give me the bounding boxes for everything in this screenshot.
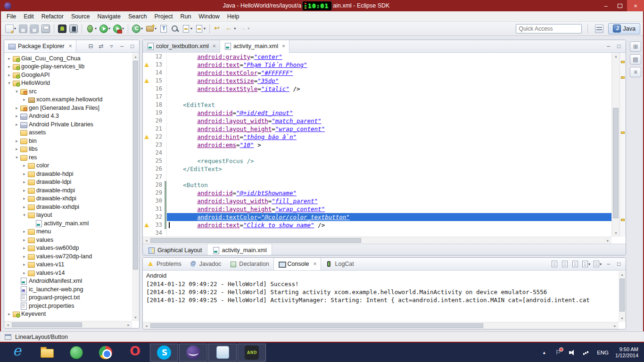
search-button[interactable] <box>169 23 181 35</box>
close-tab-icon[interactable]: × <box>213 43 216 49</box>
back-button[interactable]: ▾ <box>223 23 237 35</box>
tree-item[interactable]: ▸Android Private Libraries <box>4 120 132 129</box>
expand-arrow-icon[interactable]: ▸ <box>21 205 27 209</box>
last-edit-location-button[interactable] <box>212 23 223 35</box>
scroll-down-icon[interactable]: ▾ <box>612 230 619 237</box>
view-tab-declaration[interactable]: Declaration <box>225 258 273 270</box>
tree-item[interactable]: AndroidManifest.xml <box>4 277 132 286</box>
warning-mark[interactable] <box>621 76 625 79</box>
tree-item[interactable]: ▸Android 4.3 <box>4 112 132 121</box>
collapse-arrow-icon[interactable]: ▾ <box>6 81 12 85</box>
view-tab-javadoc[interactable]: Javadoc <box>186 258 226 270</box>
menu-file[interactable]: File <box>3 11 20 22</box>
tree-horizontal-scrollbar[interactable]: ◂ ▸ <box>4 321 132 328</box>
scroll-down-icon[interactable]: ▾ <box>132 314 139 321</box>
tree-item[interactable]: ▸Keyevent <box>4 310 132 319</box>
code-line[interactable]: 34 <box>143 229 611 237</box>
expand-arrow-icon[interactable]: ▸ <box>21 172 27 176</box>
tree-item[interactable]: ▸bin <box>4 137 132 145</box>
view-tab-problems[interactable]: Problems <box>143 258 186 270</box>
tree-item[interactable]: ▸drawable-hdpi <box>4 170 132 178</box>
code-line[interactable]: 24 <box>143 149 611 157</box>
code-line[interactable]: 25 <requestFocus /> <box>143 157 611 165</box>
expand-arrow-icon[interactable]: ▸ <box>6 64 12 69</box>
quick-access-input[interactable] <box>516 24 582 33</box>
expand-arrow-icon[interactable]: ▸ <box>21 246 27 250</box>
scroll-right-icon[interactable]: ▸ <box>604 237 611 244</box>
menu-navigate[interactable]: Navigate <box>94 11 124 22</box>
debug-dropdown-icon[interactable]: ▾ <box>95 26 97 31</box>
tree-item[interactable]: ▸drawable-mdpi <box>4 186 132 195</box>
expand-arrow-icon[interactable]: ▸ <box>21 271 27 275</box>
expand-arrow-icon[interactable]: ▸ <box>21 254 27 259</box>
save-button[interactable] <box>17 23 29 35</box>
code-line[interactable]: 21 android:layout_height="wrap_content" <box>143 125 611 133</box>
menu-run[interactable]: Run <box>176 11 195 22</box>
maximize-button[interactable] <box>613 0 627 11</box>
code-line[interactable]: 18 <EditText <box>143 101 611 109</box>
tree-item[interactable]: ▾src <box>4 87 132 96</box>
tree-item[interactable]: ▸drawable-xhdpi <box>4 195 132 203</box>
run-dropdown-icon[interactable]: ▾ <box>108 26 110 31</box>
collapse-arrow-icon[interactable]: ▾ <box>14 155 20 160</box>
new-java-class-button[interactable]: ▾ <box>131 23 144 35</box>
scroll-up-icon[interactable]: ▴ <box>132 53 139 60</box>
code-line[interactable]: 23 android:ems="10" > <box>143 141 611 149</box>
save-all-button[interactable] <box>29 23 40 35</box>
avd-manager-button[interactable] <box>68 23 79 35</box>
back-dropdown-icon[interactable]: ▾ <box>234 26 236 31</box>
expand-arrow-icon[interactable]: ▸ <box>21 262 27 267</box>
menu-help[interactable]: Help <box>223 11 243 22</box>
view-tab-console[interactable]: Console× <box>273 258 322 270</box>
next-annotation-dropdown-icon[interactable]: ▾ <box>190 26 192 31</box>
editor-page-tab[interactable]: activity_main.xml <box>207 244 272 255</box>
tree-item[interactable]: ▸xcom.example.helloworld <box>4 96 132 104</box>
editor-tab[interactable]: activity_main.xml× <box>220 40 289 53</box>
menu-edit[interactable]: Edit <box>20 11 38 22</box>
pin-console-icon[interactable] <box>572 260 579 268</box>
editor-horizontal-scrollbar[interactable]: ◂ ▸ <box>143 237 611 244</box>
minimize-editor-icon[interactable]: – <box>605 42 612 50</box>
new-java-class-dropdown-icon[interactable]: ▾ <box>141 26 143 31</box>
tree-item[interactable]: ▸drawable-xxhdpi <box>4 203 132 211</box>
scroll-right-icon[interactable]: ▸ <box>125 321 132 329</box>
run-button[interactable]: ▾ <box>98 23 112 35</box>
taskbar-eclipse[interactable] <box>179 344 207 362</box>
code-line[interactable]: 31 android:layout_height="wrap_content" <box>143 205 611 213</box>
taskbar-opera[interactable] <box>121 344 149 362</box>
debug-button[interactable]: ▾ <box>84 23 98 35</box>
scroll-right-icon[interactable]: ▸ <box>611 322 619 329</box>
tree-vertical-scrollbar[interactable]: ▴ ▾ <box>132 53 139 321</box>
taskbar-clock[interactable]: 9:50 AM 1/12/2014 <box>615 346 638 359</box>
tree-item[interactable]: assets <box>4 129 132 137</box>
close-button[interactable]: × <box>627 0 644 11</box>
tree-item[interactable]: ▾layout <box>4 211 132 220</box>
scroll-left-icon[interactable]: ◂ <box>143 322 150 329</box>
code-line[interactable]: 19 android:id="@+id/edt_input" <box>143 109 611 117</box>
warning-mark[interactable] <box>621 132 625 134</box>
tree-item[interactable]: activity_main.xml <box>4 219 132 228</box>
tree-item[interactable]: ▾res <box>4 153 132 162</box>
code-line[interactable]: 13 android:text="Phạm Tiến Phong" <box>143 61 611 69</box>
code-line[interactable]: 17 <box>143 93 611 101</box>
taskbar-android-sdk[interactable] <box>238 344 266 362</box>
tree-item[interactable]: ▸menu <box>4 228 132 236</box>
close-tab-icon[interactable]: × <box>282 43 285 49</box>
language-indicator[interactable]: ENG <box>597 350 609 355</box>
scroll-down-icon[interactable]: ▾ <box>619 315 626 322</box>
previous-annotation-button[interactable]: ▾ <box>194 23 207 35</box>
collapse-arrow-icon[interactable]: ▾ <box>21 213 27 217</box>
menu-search[interactable]: Search <box>124 11 151 22</box>
tree-item[interactable]: ▸values-sw600dp <box>4 244 132 253</box>
collapse-all-icon[interactable]: ⊟ <box>87 42 94 50</box>
volume-icon[interactable] <box>569 349 576 356</box>
scroll-lock-icon[interactable] <box>561 260 569 268</box>
minimize-view-icon[interactable]: – <box>605 260 612 268</box>
open-type-button[interactable] <box>158 23 169 35</box>
code-line[interactable]: 22 android:hint="thông báo ẩn" <box>143 133 611 141</box>
scrollbar-thumb[interactable] <box>133 61 138 270</box>
editor-vertical-scrollbar[interactable]: ▴ ▾ <box>611 53 619 237</box>
close-view-icon[interactable]: × <box>69 43 72 49</box>
code-line[interactable]: 27 <box>143 173 611 181</box>
minimize-button[interactable]: – <box>599 0 613 11</box>
